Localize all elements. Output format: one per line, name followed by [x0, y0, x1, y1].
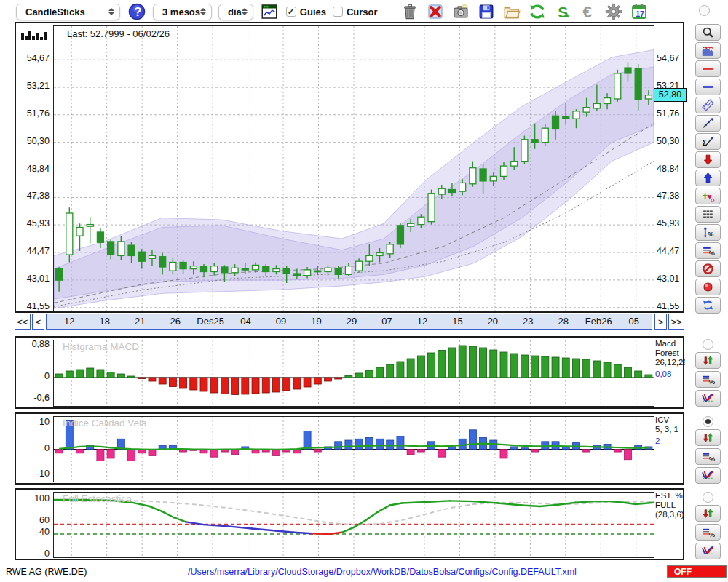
cursor-checkbox[interactable]: Cursor: [333, 7, 378, 17]
trash-button[interactable]: [400, 2, 420, 22]
macd-arrows-updown-button[interactable]: [695, 352, 721, 369]
icv-percent-lines-button[interactable]: %: [695, 448, 721, 465]
curves-icon: [701, 392, 715, 404]
sync-button[interactable]: S: [553, 2, 573, 22]
scroll-left-button[interactable]: <: [32, 314, 44, 330]
svg-text:%: %: [708, 530, 714, 538]
chevron-updown-icon: [242, 8, 248, 15]
guies-checkbox-box[interactable]: ✓: [286, 7, 296, 17]
off-toggle[interactable]: OFF: [667, 565, 727, 578]
period-select[interactable]: 3 mesos: [153, 4, 212, 20]
scroll-end-button[interactable]: >>: [668, 314, 684, 330]
macd-radio[interactable]: [703, 339, 713, 350]
chevron-updown-icon: [200, 8, 206, 15]
config-path-link[interactable]: /Users/mserra/Library/CloudStorage/Dropb…: [102, 567, 662, 577]
date-tick-label: 15: [452, 316, 462, 327]
macd-histogram-panel: Histgrama MACD Macd Forest 26,12,26 0,08…: [15, 336, 684, 409]
stoch-percent-lines-button[interactable]: %: [695, 524, 721, 541]
arrows-updown-icon: [701, 507, 715, 519]
drawing-tools: Σ+♥◇%%: [692, 24, 724, 314]
main-chart-radio[interactable]: [699, 5, 710, 16]
markers-tool-button[interactable]: +♥◇: [695, 188, 721, 204]
cursor-label: Cursor: [347, 7, 378, 17]
measure-percent-icon: %: [701, 226, 715, 239]
svg-text:€: €: [583, 3, 593, 20]
svg-text:?: ?: [134, 5, 141, 18]
mini-chart-icon: [261, 3, 278, 20]
svg-text:%: %: [708, 378, 714, 386]
arrow-up-tool-button[interactable]: [695, 170, 721, 186]
axis-label: 0: [17, 443, 50, 453]
lines-list-icon: [701, 208, 715, 220]
scroll-right-button[interactable]: >: [654, 314, 667, 330]
zoom-tool-button[interactable]: [695, 24, 721, 41]
timeframe-select[interactable]: dia: [218, 4, 253, 20]
icv-radio[interactable]: [703, 416, 713, 427]
date-tick-label: 04: [240, 316, 250, 327]
stochastic-title: Full Estocastico: [63, 493, 132, 504]
chart-type-select[interactable]: CandleSticks: [16, 4, 120, 20]
main-candlestick-panel: Last: 52.7999 - 06/02/26 52,80 54,6754,6…: [15, 22, 684, 313]
timeframe-value: dia: [228, 7, 242, 17]
axis-label: 45,93: [657, 218, 679, 228]
date-tick-label: 21: [135, 316, 145, 327]
help-button[interactable]: ?: [127, 2, 146, 22]
indicator-chart-tool-button[interactable]: [695, 42, 721, 59]
icv-panel: Indice Calidad Vela ICV 5, 3, 1 2 100-10: [15, 412, 684, 485]
axis-label: 100: [17, 493, 50, 503]
refresh-button[interactable]: [528, 2, 547, 22]
period-value: 3 mesos: [162, 7, 200, 17]
icv-curves-button[interactable]: [695, 467, 721, 484]
toolbar-icon-row: S€17: [400, 2, 649, 22]
axis-label: 54,67: [657, 53, 679, 63]
save-button[interactable]: [477, 2, 496, 22]
volume-icon[interactable]: [20, 26, 50, 43]
channel-tool-button[interactable]: [695, 97, 721, 113]
blue-hline-icon: [701, 81, 715, 93]
stoch-curves-button[interactable]: [695, 543, 721, 559]
icv-controls: %: [692, 416, 724, 484]
arrow-down-icon: [701, 154, 715, 166]
macd-plot[interactable]: [53, 340, 654, 407]
disable-tool-button[interactable]: [695, 260, 721, 277]
axis-label: 54,67: [17, 53, 50, 63]
measure-percent-tool-button[interactable]: %: [695, 224, 721, 241]
guies-checkbox[interactable]: ✓ Guies: [286, 7, 326, 17]
macd-value: 0,08: [655, 370, 685, 379]
lines-list-tool-button[interactable]: [695, 206, 721, 223]
date-tick-label: 20: [488, 316, 498, 327]
folder-button[interactable]: [502, 2, 522, 22]
stoch-radio[interactable]: [703, 492, 713, 503]
date-tick-label: 12: [417, 316, 427, 327]
blue-hline-tool-button[interactable]: [695, 79, 721, 95]
reload-tool-button[interactable]: [695, 297, 721, 314]
camera-button[interactable]: [451, 2, 471, 22]
icv-arrows-updown-button[interactable]: [695, 429, 721, 446]
axis-label: -10: [17, 469, 50, 479]
mini-chart-button[interactable]: [260, 2, 280, 22]
disable-icon: [701, 263, 715, 275]
stochastic-plot[interactable]: [53, 492, 654, 558]
sum-trendline-tool-button[interactable]: Σ: [695, 133, 721, 150]
scroll-start-button[interactable]: <<: [15, 314, 31, 330]
arrow-down-tool-button[interactable]: [695, 151, 721, 168]
calendar-button[interactable]: 17: [630, 2, 649, 22]
red-hline-tool-button[interactable]: [695, 60, 721, 77]
record-tool-button[interactable]: [695, 279, 721, 295]
euro-button[interactable]: €: [579, 2, 598, 22]
trendline-tool-button[interactable]: [695, 115, 721, 132]
axis-label: 0,88: [17, 339, 50, 349]
stoch-arrows-updown-button[interactable]: [695, 505, 721, 522]
macd-curves-button[interactable]: [695, 390, 721, 407]
axis-label: 53,21: [17, 81, 50, 91]
macd-percent-lines-button[interactable]: %: [695, 371, 721, 388]
levels-percent-tool-button[interactable]: %: [695, 242, 721, 259]
candlestick-plot[interactable]: [53, 25, 654, 312]
chevron-updown-icon: [108, 8, 114, 15]
camera-icon: [452, 3, 470, 20]
cursor-checkbox-box[interactable]: [333, 7, 343, 17]
axis-label: 10: [17, 417, 50, 427]
gear-button[interactable]: [604, 2, 624, 22]
delete-button[interactable]: [426, 2, 446, 22]
euro-icon: €: [579, 3, 597, 20]
